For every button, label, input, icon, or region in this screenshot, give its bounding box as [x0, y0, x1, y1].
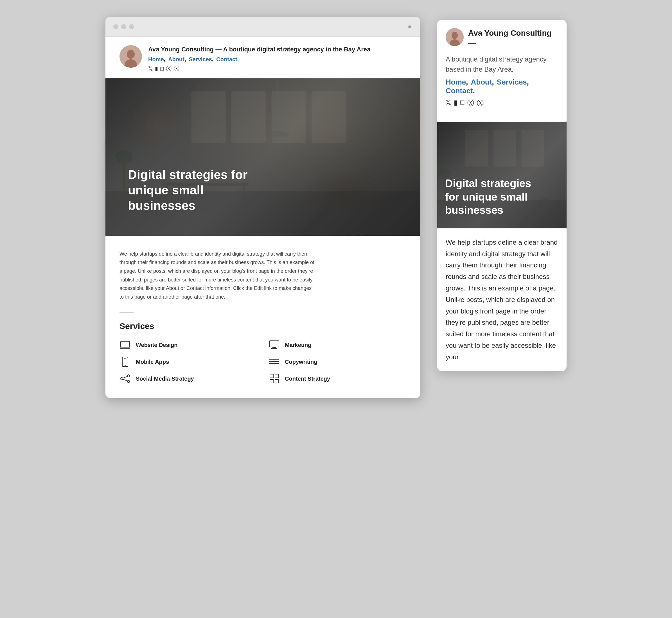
mobile-body-content: We help startups define a clear brand id… [437, 228, 567, 371]
svg-rect-25 [269, 359, 279, 359]
svg-point-23 [124, 365, 126, 366]
svg-point-28 [120, 378, 123, 380]
svg-rect-19 [269, 341, 279, 347]
svg-rect-33 [270, 374, 273, 378]
mobile-header-content: Ava Young Consulting — A boutique digita… [437, 20, 567, 122]
svg-rect-5 [231, 91, 266, 143]
dot-red [113, 24, 118, 29]
mobile-nav: Home About Services Contact [446, 78, 558, 95]
service-content-strategy: Content Strategy [268, 373, 406, 384]
lines-icon [268, 356, 280, 368]
svg-rect-43 [522, 130, 544, 167]
svg-rect-27 [269, 363, 279, 364]
site-header-text: Ava Young Consulting — A boutique digita… [148, 45, 406, 73]
dot-green [129, 24, 134, 29]
mobile-nav-contact[interactable]: Contact [446, 87, 475, 95]
mobile-twitter-icon[interactable]: 𝕏 [446, 99, 451, 108]
svg-point-1 [127, 50, 135, 59]
facebook-icon[interactable]: ▮ [155, 65, 158, 72]
svg-point-48 [540, 198, 550, 206]
mobile-panel: Ava Young Consulting — A boutique digita… [437, 20, 567, 371]
instagram-icon[interactable]: □ [160, 66, 164, 72]
svg-point-16 [325, 191, 344, 198]
svg-rect-9 [122, 163, 125, 197]
svg-point-15 [266, 131, 288, 137]
mobile-avatar [446, 28, 464, 46]
browser-menu-icon[interactable]: ≡ [408, 23, 413, 30]
mobile-pinterest-icon[interactable]: Ⓧ [467, 99, 474, 108]
desktop-browser-window: ≡ Ava Young Consulting — A boutique digi… [105, 17, 420, 398]
hero-section: Digital strategies for unique small busi… [105, 78, 420, 236]
hero-text: Digital strategies for unique small busi… [128, 167, 268, 213]
svg-rect-41 [465, 130, 488, 167]
browser-titlebar: ≡ [105, 17, 420, 37]
service-website-design: Website Design [119, 339, 257, 350]
content-divider [119, 312, 134, 313]
service-label-marketing: Marketing [285, 342, 311, 348]
mobile-nav-services[interactable]: Services [497, 78, 530, 86]
site-tagline-text: A boutique digital strategy agency in th… [223, 46, 370, 53]
desktop-nav: Home About Services Contact [148, 56, 406, 63]
mobile-site-info: Ava Young Consulting — [468, 28, 558, 48]
service-label-mobile-apps: Mobile Apps [136, 359, 169, 365]
service-mobile-apps: Mobile Apps [119, 356, 257, 368]
browser-dots [113, 24, 134, 29]
svg-point-38 [451, 32, 458, 39]
phone-icon [119, 356, 131, 368]
monitor-icon [268, 339, 280, 350]
svg-rect-26 [269, 361, 279, 362]
site-title: Ava Young Consulting — A boutique digita… [148, 45, 406, 54]
svg-rect-34 [275, 374, 279, 378]
pinterest-icon[interactable]: Ⓧ [166, 65, 172, 73]
service-label-content-strategy: Content Strategy [285, 376, 330, 382]
service-label-copywriting: Copywriting [285, 359, 318, 365]
service-label-website-design: Website Design [136, 342, 178, 348]
mobile-hero-text: Digital strategies for unique small busi… [445, 177, 535, 217]
svg-rect-18 [120, 347, 130, 348]
svg-point-29 [128, 375, 130, 377]
share-icon [119, 373, 131, 384]
site-body-content: We help startups define a clear brand id… [105, 236, 420, 399]
social-icons: 𝕏 ▮ □ Ⓧ Ⓧ [148, 65, 406, 73]
mobile-intro-text: We help startups define a clear brand id… [446, 237, 558, 363]
mobile-site-name: Ava Young Consulting — [468, 28, 558, 48]
twitter-icon[interactable]: 𝕏 [148, 65, 153, 72]
service-label-social-media: Social Media Strategy [136, 376, 194, 382]
mobile-instagram-icon[interactable]: □ [460, 99, 465, 108]
svg-rect-36 [275, 380, 279, 383]
laptop-icon [119, 339, 131, 350]
site-header: Ava Young Consulting — A boutique digita… [105, 37, 420, 78]
nav-services[interactable]: Services [189, 56, 215, 62]
svg-rect-24 [124, 358, 126, 359]
services-grid: Website Design Marketing [119, 339, 406, 384]
nav-contact[interactable]: Contact [216, 56, 239, 62]
mobile-header: Ava Young Consulting — [446, 28, 558, 48]
svg-rect-4 [191, 91, 226, 143]
wordpress-icon[interactable]: Ⓧ [174, 65, 179, 73]
service-social-media: Social Media Strategy [119, 373, 257, 384]
svg-line-32 [123, 379, 128, 381]
service-marketing: Marketing [268, 339, 406, 350]
mobile-wordpress-icon[interactable]: Ⓧ [477, 99, 484, 108]
service-copywriting: Copywriting [268, 356, 406, 368]
mobile-nav-about[interactable]: About [471, 78, 495, 86]
mobile-nav-home[interactable]: Home [446, 78, 470, 86]
svg-rect-47 [544, 206, 546, 220]
svg-rect-17 [120, 341, 130, 347]
svg-line-31 [123, 377, 128, 378]
svg-rect-35 [270, 380, 273, 383]
svg-rect-20 [272, 347, 276, 348]
services-heading: Services [119, 321, 406, 331]
nav-about[interactable]: About [168, 56, 187, 62]
nav-home[interactable]: Home [148, 56, 167, 62]
mobile-facebook-icon[interactable]: ▮ [454, 99, 457, 108]
mobile-tagline: A boutique digital strategy agency based… [446, 54, 558, 75]
intro-paragraph: We help startups define a clear brand id… [119, 250, 316, 301]
svg-rect-21 [271, 348, 277, 349]
grid-icon [268, 373, 280, 384]
dot-yellow [121, 24, 126, 29]
mobile-social-icons: 𝕏 ▮ □ Ⓧ Ⓧ [446, 99, 558, 108]
mobile-hero: Digital strategies for unique small busi… [437, 122, 567, 228]
site-name-text: Ava Young Consulting [148, 46, 214, 53]
svg-rect-42 [493, 130, 516, 167]
